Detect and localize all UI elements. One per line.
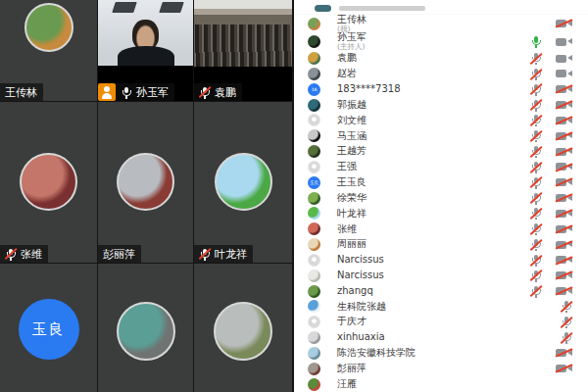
video-feed-classroom: [194, 0, 292, 67]
camera-on-icon: [556, 52, 572, 65]
camera-off-icon: [556, 238, 572, 251]
mic-muted-icon: [530, 285, 542, 298]
participant-row[interactable]: Narcissus: [294, 253, 588, 269]
participant-row[interactable]: 玉良 王玉良: [294, 174, 588, 190]
participant-row[interactable]: 孙玉军 (主持人): [294, 32, 588, 50]
participant-row[interactable]: Narcissus: [294, 268, 588, 283]
participant-row[interactable]: 周丽丽: [294, 237, 588, 253]
camera-off-icon: [556, 222, 572, 235]
camera-on-icon: [556, 68, 572, 80]
video-tile[interactable]: [98, 264, 193, 392]
participant-name: Narcissus: [337, 270, 384, 281]
tile-name-text: 孙玉军: [136, 85, 169, 100]
status-icons: [530, 161, 572, 173]
camera-off-icon: [556, 18, 572, 30]
tile-name-text: 张维: [21, 247, 42, 262]
camera-off-icon: [556, 99, 572, 112]
participant-row[interactable]: 张维: [294, 221, 588, 237]
participant-name: 叶龙祥: [337, 209, 367, 220]
participant-row[interactable]: 马玉涵: [294, 128, 588, 144]
participant-row[interactable]: 刘文维: [294, 113, 588, 128]
photo-avatar: [214, 302, 272, 361]
participant-row[interactable]: 赵岩: [294, 67, 588, 82]
camera-off-icon: [556, 254, 572, 267]
participant-name: 郭振越: [337, 100, 367, 111]
participant-row[interactable]: 于庆才: [294, 315, 588, 330]
video-tile[interactable]: 王传林: [0, 0, 97, 101]
participant-avatar: [308, 207, 320, 220]
participant-name: 张维: [337, 224, 357, 235]
participant-row[interactable]: 彭丽萍: [294, 361, 588, 376]
participant-name: xinhuaxia: [337, 332, 385, 343]
mic-muted-icon: [199, 248, 211, 261]
tile-name-label: 王传林: [0, 83, 43, 101]
video-tile[interactable]: 彭丽萍: [98, 102, 193, 263]
participant-name: 周丽丽: [337, 239, 367, 250]
participant-avatar: [308, 52, 320, 65]
status-icons: [556, 363, 572, 375]
participant-row[interactable]: 汪雁: [294, 376, 588, 392]
partial-row-cutoff: [294, 0, 588, 15]
participant-avatar: [308, 129, 320, 142]
mic-on-icon: [121, 86, 132, 99]
video-tile[interactable]: 叶龙祥: [194, 102, 292, 263]
partial-avatar: [315, 5, 331, 12]
video-tile[interactable]: 袁鹏: [194, 0, 292, 101]
participant-row[interactable]: 陈浩安徽科技学院: [294, 345, 588, 361]
person-body: [118, 46, 174, 68]
participant-row[interactable]: zhangq: [294, 283, 588, 299]
participant-avatar: [308, 316, 320, 328]
tile-name-text: 袁鹏: [215, 85, 236, 100]
video-tile[interactable]: [194, 264, 292, 392]
participant-role: (主持人): [337, 43, 367, 51]
participant-name: 王传林: [337, 15, 367, 25]
participant-name: 袁鹏: [337, 53, 357, 64]
participant-avatar: [308, 222, 320, 235]
participant-row[interactable]: 王传林 (我): [294, 15, 588, 32]
tile-name-text: 叶龙祥: [215, 247, 247, 262]
camera-off-icon: [556, 114, 572, 126]
participant-avatar: [308, 331, 320, 344]
status-icons: [530, 145, 572, 158]
participant-name: 王越芳: [337, 146, 367, 157]
camera-off-icon: [556, 176, 572, 189]
participant-name: 陈浩安徽科技学院: [337, 348, 416, 359]
video-tile[interactable]: 玉良: [0, 264, 97, 392]
participant-row[interactable]: xinhuaxia: [294, 330, 588, 346]
participant-name: 汪雁: [337, 379, 357, 390]
participant-row[interactable]: 王越芳: [294, 144, 588, 160]
participant-list[interactable]: 王传林 (我) 孙玉军 (主持人) 袁鹏 赵岩 18 183****7318: [294, 15, 588, 392]
photo-avatar: [24, 3, 74, 52]
participant-row[interactable]: 徐荣华: [294, 190, 588, 206]
video-tile[interactable]: 孙玉军: [98, 0, 193, 101]
participant-name: 徐荣华: [337, 193, 367, 204]
participant-row[interactable]: 生科院张越: [294, 299, 588, 315]
participant-row[interactable]: 袁鹏: [294, 51, 588, 67]
camera-off-icon: [556, 83, 572, 96]
mic-muted-icon: [530, 176, 542, 189]
participant-avatar: [308, 270, 320, 282]
tile-name-label: 孙玉军: [116, 83, 174, 101]
status-icons: [561, 316, 572, 328]
mic-muted-icon: [530, 145, 542, 158]
status-icons: [530, 35, 572, 48]
participant-name: 生科院张越: [337, 302, 386, 313]
participant-row[interactable]: 18 183****7318: [294, 81, 588, 97]
status-icons: [556, 347, 572, 360]
participant-row[interactable]: 叶龙祥: [294, 206, 588, 221]
status-icons: [530, 222, 572, 235]
participant-row[interactable]: 王强: [294, 160, 588, 175]
status-icons: [530, 285, 572, 298]
participant-avatar: 玉良: [308, 176, 320, 189]
video-tile[interactable]: 张维: [0, 102, 97, 263]
participant-avatar: [308, 378, 320, 391]
status-icons: [530, 254, 572, 267]
mic-muted-icon: [530, 161, 542, 173]
participant-name: zhangq: [337, 286, 373, 297]
photo-avatar: [117, 302, 175, 361]
tile-name-text: 王传林: [5, 85, 37, 100]
participant-row[interactable]: 郭振越: [294, 97, 588, 113]
participant-name: 马玉涵: [337, 131, 367, 142]
participant-name: 赵岩: [337, 69, 357, 79]
mic-muted-icon: [530, 254, 542, 267]
